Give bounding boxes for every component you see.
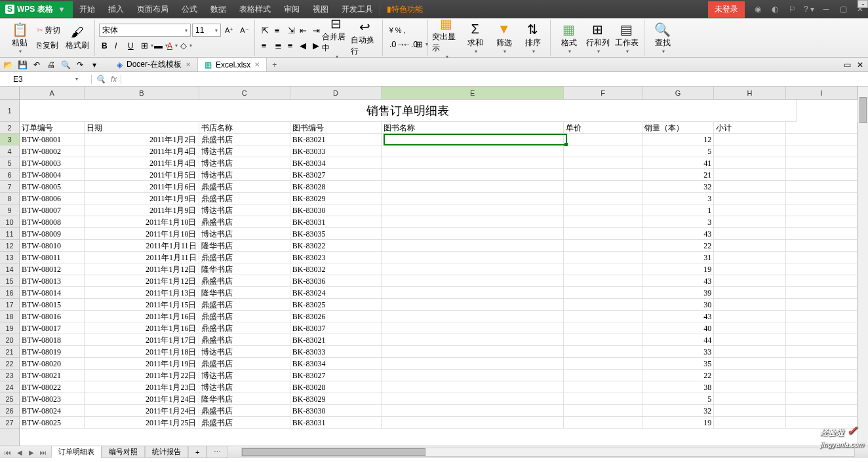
align-bottom-icon[interactable]: ⇲ — [285, 24, 297, 37]
cell[interactable]: 鼎盛书店 — [199, 417, 290, 429]
cell[interactable]: 38 — [642, 381, 714, 393]
currency-icon[interactable]: ¥ % , — [387, 25, 408, 35]
cell[interactable] — [786, 169, 858, 181]
cell[interactable]: BTW-08009 — [20, 228, 85, 240]
cell[interactable]: BK-83034 — [290, 358, 382, 370]
filter-button[interactable]: ▼筛选▾ — [490, 20, 519, 56]
app-menu-dropdown[interactable]: ▾ — [56, 5, 68, 14]
cell[interactable]: 鼎盛书店 — [199, 181, 290, 193]
cell[interactable]: 33 — [642, 346, 714, 358]
cell[interactable] — [714, 393, 785, 405]
decrease-decimal-icon[interactable]: ←.0 — [400, 38, 412, 50]
table-row[interactable]: BTW-080052011年1月6日鼎盛书店BK-8302832 — [20, 181, 858, 193]
row-header[interactable]: 26 — [0, 405, 19, 417]
row-header[interactable]: 3 — [0, 134, 19, 145]
header-cell[interactable]: 日期 — [85, 122, 199, 134]
cell[interactable] — [564, 275, 642, 287]
cell[interactable]: 43 — [642, 228, 714, 240]
window-list-icon[interactable]: ▭ — [842, 60, 852, 70]
cell[interactable]: BTW-08002 — [20, 145, 85, 157]
cell[interactable]: BTW-08016 — [20, 311, 85, 322]
table-row[interactable]: BTW-080102011年1月11日隆华书店BK-8302222 — [20, 240, 858, 252]
cell[interactable]: 博达书店 — [199, 346, 290, 358]
cell[interactable]: 鼎盛书店 — [199, 334, 290, 346]
menu-start[interactable]: 开始 — [73, 0, 102, 18]
row-header[interactable]: 20 — [0, 334, 19, 346]
cell[interactable]: 鼎盛书店 — [199, 311, 290, 322]
table-row[interactable]: BTW-080242011年1月24日鼎盛书店BK-8303032 — [20, 405, 858, 417]
cell[interactable]: BTW-08018 — [20, 334, 85, 346]
find-button[interactable]: 🔍查找▾ — [648, 20, 677, 56]
cell[interactable] — [786, 322, 858, 334]
table-row[interactable]: BTW-080202011年1月19日鼎盛书店BK-8303435 — [20, 358, 858, 370]
cell[interactable]: 2011年1月12日 — [85, 275, 199, 287]
cell[interactable] — [564, 322, 642, 334]
grid-body[interactable]: 销售订单明细表 订单编号 日期 书店名称 图书编号 图书名称 单价 销量（本） … — [20, 100, 858, 429]
table-row[interactable]: BTW-080112011年1月11日鼎盛书店BK-8302331 — [20, 252, 858, 263]
cell[interactable] — [714, 287, 785, 299]
cell[interactable]: 2011年1月24日 — [85, 393, 199, 405]
sheet-tab[interactable]: 订单明细表 — [51, 446, 102, 458]
format-button[interactable]: ▦格式▾ — [555, 20, 583, 56]
cell[interactable] — [714, 134, 785, 145]
sheet-tab[interactable]: 编号对照 — [102, 446, 145, 458]
cell[interactable] — [564, 204, 642, 216]
row-header[interactable]: 24 — [0, 381, 19, 393]
doc-tab-excel[interactable]: ▦ Excel.xlsx ✕ — [198, 58, 267, 71]
cell[interactable]: 2011年1月6日 — [85, 181, 199, 193]
table-row[interactable]: BTW-080222011年1月23日博达书店BK-8302838 — [20, 381, 858, 393]
cell[interactable]: 2011年1月24日 — [85, 405, 199, 417]
expand-formula-icon[interactable]: ⌄ — [858, 0, 868, 8]
cell[interactable]: BTW-08014 — [20, 287, 85, 299]
cell[interactable]: 43 — [642, 275, 714, 287]
cell[interactable] — [714, 322, 785, 334]
save-icon[interactable]: 💾 — [17, 60, 28, 70]
cell[interactable]: BK-83033 — [290, 145, 382, 157]
cell[interactable]: BK-83029 — [290, 193, 382, 204]
cell[interactable] — [564, 299, 642, 311]
cell[interactable]: BK-83025 — [290, 299, 382, 311]
cell[interactable] — [714, 370, 785, 381]
header-cell[interactable]: 小计 — [714, 122, 785, 134]
cell[interactable]: BTW-08019 — [20, 346, 85, 358]
sheet-tab[interactable]: 统计报告 — [145, 446, 188, 458]
table-row[interactable]: BTW-080212011年1月22日博达书店BK-8302722 — [20, 370, 858, 381]
cell[interactable]: 2011年1月22日 — [85, 370, 199, 381]
cell[interactable] — [714, 216, 785, 228]
cell[interactable]: 隆华书店 — [199, 393, 290, 405]
cell[interactable]: 2011年1月19日 — [85, 358, 199, 370]
cell[interactable]: BK-83032 — [290, 263, 382, 275]
cell[interactable]: 5 — [642, 145, 714, 157]
cell[interactable] — [714, 181, 785, 193]
cell[interactable] — [786, 393, 858, 405]
align-center-icon[interactable]: ≣ — [272, 39, 284, 52]
cell[interactable]: 3 — [642, 216, 714, 228]
cell[interactable] — [382, 204, 564, 216]
align-left-icon[interactable]: ≡ — [259, 39, 271, 52]
col-header[interactable]: G — [642, 87, 714, 99]
cell[interactable]: 博达书店 — [199, 157, 290, 169]
cell[interactable]: BK-83028 — [290, 381, 382, 393]
cell[interactable] — [382, 346, 564, 358]
row-header[interactable]: 18 — [0, 311, 19, 322]
cell[interactable]: 鼎盛书店 — [199, 252, 290, 263]
cell[interactable]: BTW-08001 — [20, 134, 85, 145]
table-row[interactable]: BTW-080182011年1月17日鼎盛书店BK-8302144 — [20, 334, 858, 346]
cell[interactable] — [564, 169, 642, 181]
open-icon[interactable]: 📂 — [3, 60, 13, 70]
sort-button[interactable]: ⇅排序▾ — [519, 20, 547, 56]
row-header[interactable]: 12 — [0, 240, 19, 252]
align-middle-icon[interactable]: ≡ — [272, 24, 284, 37]
header-cell[interactable]: 图书编号 — [290, 122, 382, 134]
cell[interactable]: 5 — [642, 393, 714, 405]
print-icon[interactable]: 🖨 — [46, 60, 56, 70]
redo-icon[interactable]: ↷ — [75, 60, 85, 70]
cell[interactable] — [786, 252, 858, 263]
cell[interactable]: BTW-08023 — [20, 393, 85, 405]
cell[interactable]: 隆华书店 — [199, 240, 290, 252]
row-header[interactable]: 11 — [0, 228, 19, 240]
cell[interactable] — [382, 299, 564, 311]
cell[interactable] — [714, 334, 785, 346]
cell[interactable]: BK-83021 — [290, 134, 382, 145]
col-header[interactable]: H — [714, 87, 785, 99]
